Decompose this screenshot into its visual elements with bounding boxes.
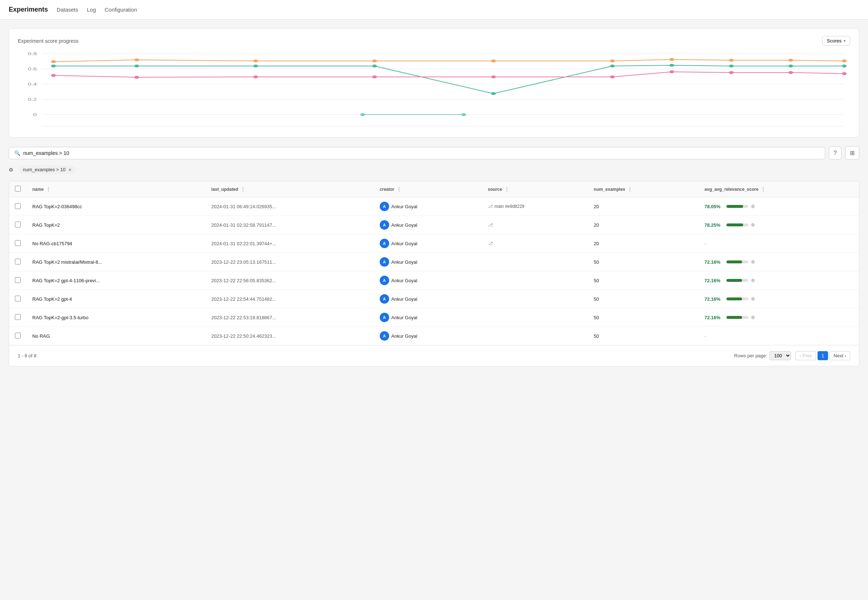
row-checkbox-cell [9, 253, 26, 271]
svg-point-30 [842, 65, 847, 67]
col-creator-menu-icon[interactable]: ⋮ [397, 186, 401, 192]
row-num-examples: 20 [594, 223, 599, 228]
row-checkbox-cell [9, 327, 26, 345]
help-icon: ? [833, 150, 837, 156]
columns-button[interactable]: ⊞ [845, 146, 859, 160]
score-value: 78.05% [705, 204, 724, 209]
row-last-updated-cell: 2024-01-31 06:49:14.026935... [205, 197, 374, 216]
row-name[interactable]: RAG TopK=2-036498cc [32, 204, 82, 209]
source-cell-inner: ⎇ [488, 241, 582, 246]
search-icon: 🔍 [14, 150, 20, 156]
creator-name: Ankur Goyal [391, 259, 418, 265]
col-source-menu-icon[interactable]: ⋮ [504, 186, 509, 192]
creator-name: Ankur Goyal [391, 278, 418, 283]
next-page-button[interactable]: Next › [830, 351, 850, 360]
col-header-source: source ⋮ [482, 181, 588, 197]
col-num-examples-menu-icon[interactable]: ⋮ [627, 186, 632, 192]
chevron-down-icon: ▾ [844, 39, 845, 43]
svg-point-38 [729, 71, 734, 74]
score-bar-fill [727, 261, 742, 264]
creator-name: Ankur Goyal [391, 223, 418, 228]
row-name[interactable]: RAG TopK=2 [32, 223, 60, 228]
svg-point-26 [610, 65, 615, 67]
row-creator-cell: AAnkur Goyal [374, 327, 482, 345]
score-bar-bg [727, 279, 748, 282]
row-creator-cell: AAnkur Goyal [374, 308, 482, 327]
row-last-updated: 2023-12-22 22:54:44.751482... [211, 296, 276, 302]
col-header-score: avg_avg_relevance_score ⋮ [699, 181, 859, 197]
row-last-updated-cell: 2024-01-31 02:32:58.791147... [205, 216, 374, 234]
col-header-num-examples: num_examples ⋮ [588, 181, 699, 197]
svg-point-33 [253, 76, 258, 78]
row-num-examples-cell: 50 [588, 253, 699, 271]
row-checkbox-4[interactable] [15, 277, 21, 283]
select-all-checkbox[interactable] [15, 186, 21, 191]
nav-link-datasets[interactable]: Datasets [57, 6, 78, 13]
row-score-cell: - [699, 234, 859, 253]
row-num-examples: 50 [594, 278, 599, 283]
row-checkbox-6[interactable] [15, 314, 21, 320]
current-page-button[interactable]: 1 [818, 351, 828, 360]
row-last-updated-cell: 2023-12-22 22:50:24.462323... [205, 327, 374, 345]
row-last-updated-cell: 2023-12-22 22:56:05.835362... [205, 271, 374, 290]
score-bar-fill [727, 279, 742, 282]
row-name[interactable]: RAG TopK=2 mistralai/Mixtral-8... [32, 259, 102, 265]
row-checkbox-7[interactable] [15, 333, 21, 338]
row-num-examples: 50 [594, 315, 599, 320]
table-row: No RAG-cb1757942024-01-31 02:22:01.39744… [9, 234, 859, 253]
col-last-updated-menu-icon[interactable]: ⋮ [240, 186, 245, 192]
row-checkbox-cell [9, 234, 26, 253]
row-creator-cell: AAnkur Goyal [374, 253, 482, 271]
row-last-updated-cell: 2024-01-31 02:22:01.39744+... [205, 234, 374, 253]
creator-name: Ankur Goyal [391, 333, 418, 339]
row-source-cell [482, 253, 588, 271]
svg-text:0: 0 [33, 112, 36, 117]
nav-link-log[interactable]: Log [87, 6, 96, 13]
svg-point-16 [610, 59, 615, 62]
row-last-updated: 2023-12-22 23:05:13.167511... [211, 259, 276, 265]
search-bar-row: 🔍 ? ⊞ [9, 146, 859, 160]
row-name[interactable]: RAG TopK=2-gpt-3.5-turbo [32, 315, 88, 320]
search-input[interactable] [23, 150, 820, 156]
row-checkbox-0[interactable] [15, 203, 21, 209]
svg-point-23 [253, 65, 258, 67]
row-checkbox-3[interactable] [15, 259, 21, 264]
row-last-updated: 2023-12-22 22:56:05.835362... [211, 278, 276, 283]
help-button[interactable]: ? [829, 147, 842, 160]
row-name[interactable]: No RAG-cb175794 [32, 241, 72, 246]
score-dash: - [705, 241, 706, 246]
row-checkbox-1[interactable] [15, 222, 21, 227]
row-name[interactable]: No RAG [32, 333, 50, 339]
scores-dropdown-label: Scores [827, 38, 842, 44]
svg-text:0.2: 0.2 [27, 97, 36, 102]
svg-point-24 [372, 65, 377, 67]
source-cell-inner: ⎇main #e9d8229 [488, 204, 582, 209]
score-dot-icon [751, 315, 755, 319]
rows-per-page-select[interactable]: 100 50 25 [769, 351, 791, 360]
table-body: RAG TopK=2-036498cc2024-01-31 06:49:14.0… [9, 197, 859, 345]
col-score-menu-icon[interactable]: ⋮ [760, 186, 766, 192]
row-name[interactable]: RAG TopK=2 gpt-4-1106-previ... [32, 278, 100, 283]
row-num-examples-cell: 50 [588, 327, 699, 345]
prev-page-button[interactable]: ‹ Prev [795, 351, 816, 360]
row-checkbox-2[interactable] [15, 240, 21, 246]
score-value: 72.16% [705, 259, 724, 265]
filter-remove-button[interactable]: × [68, 167, 71, 172]
score-bar-bg [727, 223, 748, 226]
experiments-table-inner: name ⋮ last_updated ⋮ creator ⋮ [9, 181, 859, 345]
pagination-right: Rows per page: 100 50 25 ‹ Prev 1 Next › [734, 351, 850, 360]
scores-dropdown-button[interactable]: Scores ▾ [822, 36, 850, 46]
svg-text:0.8: 0.8 [27, 52, 36, 56]
score-cell-inner: 72.16% [705, 296, 853, 302]
col-name-menu-icon[interactable]: ⋮ [46, 186, 51, 192]
row-checkbox-5[interactable] [15, 295, 21, 302]
svg-text:0.4: 0.4 [27, 82, 36, 87]
row-name[interactable]: RAG TopK=2 gpt-4 [32, 296, 72, 302]
score-value: 72.16% [705, 296, 724, 302]
nav-link-configuration[interactable]: Configuration [105, 6, 137, 13]
row-num-examples-cell: 50 [588, 290, 699, 308]
avatar: A [380, 276, 389, 285]
table-row: RAG TopK=22024-01-31 02:32:58.791147...A… [9, 216, 859, 234]
row-num-examples: 20 [594, 204, 599, 209]
row-name-cell: No RAG-cb175794 [26, 234, 205, 253]
